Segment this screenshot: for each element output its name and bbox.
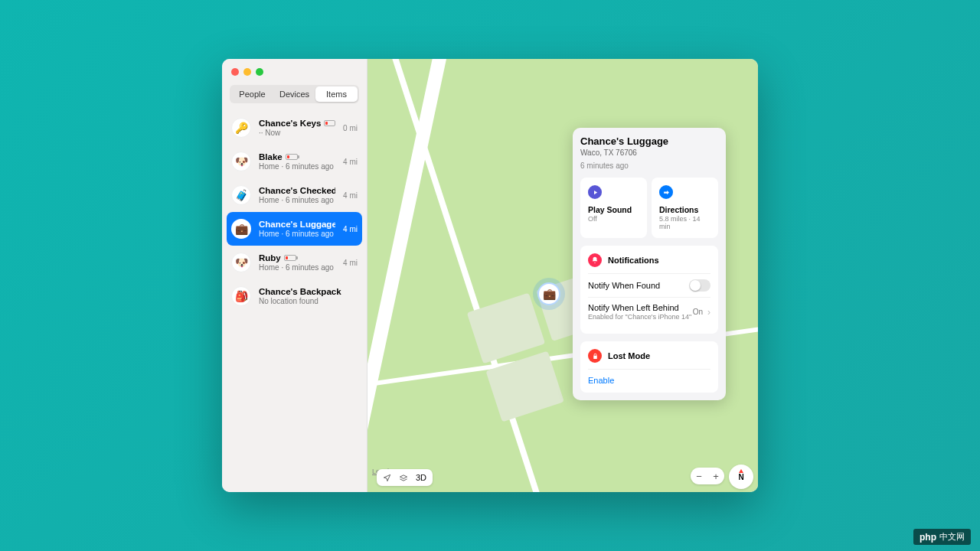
item-info: Chance's Checked L...Home · 6 minutes ag…: [259, 186, 335, 204]
item-icon: 🧳: [231, 185, 251, 205]
item-name: Chance's Luggage: [259, 220, 335, 229]
zoom-in-button[interactable]: +: [707, 468, 724, 484]
lost-mode-heading: Lost Mode: [608, 351, 650, 360]
tab-selector: People Devices Items: [230, 85, 359, 103]
battery-low-icon: [286, 154, 298, 160]
item-row[interactable]: 🐶RubyHome · 6 minutes ago4 mi: [222, 246, 367, 279]
item-distance: 4 mi: [343, 259, 358, 267]
item-icon: 💼: [231, 219, 251, 239]
item-distance: 4 mi: [343, 225, 358, 233]
watermark-badge: php 中文网: [913, 529, 971, 545]
notify-left-behind-status: On: [693, 308, 703, 316]
item-icon: 🐶: [231, 152, 251, 171]
sidebar: People Devices Items 🔑Chance's Keys·· No…: [222, 59, 368, 492]
map-road: [384, 59, 556, 492]
window-controls: [222, 59, 367, 80]
item-info: BlakeHome · 6 minutes ago: [259, 152, 335, 171]
directions-button[interactable]: Directions 5.8 miles · 14 min: [652, 178, 718, 238]
item-detail-panel: Chance's Luggage Waco, TX 76706 6 minute…: [573, 128, 726, 400]
bell-icon: [588, 253, 602, 267]
map[interactable]: 💼 Legal 3D − + N Chance's Luggage Waco, …: [368, 59, 758, 492]
location-arrow-icon[interactable]: [383, 474, 391, 482]
item-sub: Home · 6 minutes ago: [259, 162, 335, 171]
map-layers-icon[interactable]: [399, 474, 408, 482]
find-my-window: People Devices Items 🔑Chance's Keys·· No…: [222, 59, 758, 492]
chevron-right-icon: ›: [707, 307, 710, 318]
item-distance: 0 mi: [343, 124, 358, 132]
item-sub: Home · 6 minutes ago: [259, 263, 335, 272]
directions-status: 5.8 miles · 14 min: [659, 215, 710, 230]
fullscreen-window[interactable]: [256, 68, 263, 76]
item-name: Chance's Backpack: [259, 287, 350, 296]
battery-low-icon: [284, 255, 296, 261]
play-sound-label: Play Sound: [588, 205, 639, 214]
item-name: Blake: [259, 152, 335, 161]
notify-when-found-row[interactable]: Notify When Found: [588, 273, 710, 297]
zoom-controls: − +: [691, 468, 724, 484]
notify-when-found-label: Notify When Found: [588, 281, 689, 290]
play-sound-status: Off: [588, 215, 639, 223]
item-info: Chance's BackpackNo location found: [259, 287, 350, 305]
notifications-heading: Notifications: [608, 256, 659, 265]
item-name: Chance's Checked L...: [259, 186, 335, 195]
compass[interactable]: N: [729, 465, 753, 489]
item-title: Chance's Luggage: [580, 135, 718, 147]
item-info: Chance's LuggageHome · 6 minutes ago: [259, 220, 335, 238]
item-sub: Home · 6 minutes ago: [259, 230, 335, 238]
play-sound-button[interactable]: Play Sound Off: [580, 178, 647, 238]
map-3d-toggle[interactable]: 3D: [416, 473, 426, 482]
item-icon: 🔑: [231, 118, 251, 138]
item-name: Chance's Keys: [259, 119, 335, 128]
zoom-out-button[interactable]: −: [691, 468, 707, 484]
tab-people[interactable]: People: [231, 86, 273, 102]
notify-when-found-toggle[interactable]: [689, 279, 710, 292]
item-name: Ruby: [259, 253, 335, 262]
item-sub: ·· Now: [259, 129, 335, 137]
notifications-section: Notifications Notify When Found Notify W…: [580, 246, 718, 334]
item-row[interactable]: 💼Chance's LuggageHome · 6 minutes ago4 m…: [227, 212, 362, 246]
directions-label: Directions: [659, 205, 710, 214]
lock-icon: [588, 349, 602, 363]
directions-icon: [659, 185, 673, 199]
notify-left-behind-row[interactable]: Notify When Left Behind Enabled for "Cha…: [588, 297, 710, 326]
minimize-window[interactable]: [243, 68, 251, 76]
item-row[interactable]: 🐶BlakeHome · 6 minutes ago4 mi: [222, 145, 367, 178]
item-distance: 4 mi: [343, 158, 358, 166]
map-view-controls: 3D: [377, 469, 433, 486]
notify-left-behind-label: Notify When Left Behind: [588, 303, 693, 312]
item-row[interactable]: 🧳Chance's Checked L...Home · 6 minutes a…: [222, 178, 367, 212]
item-address: Waco, TX 76706: [580, 148, 718, 157]
lost-mode-section: Lost Mode Enable: [580, 341, 718, 393]
play-icon: [588, 185, 602, 199]
item-icon: 🐶: [231, 253, 251, 272]
item-updated: 6 minutes ago: [580, 161, 718, 170]
item-info: RubyHome · 6 minutes ago: [259, 253, 335, 272]
close-window[interactable]: [231, 68, 239, 76]
item-pin[interactable]: 💼: [537, 282, 560, 305]
notify-left-behind-sub: Enabled for "Chance's iPhone 14": [588, 313, 693, 321]
lost-mode-enable[interactable]: Enable: [588, 369, 710, 385]
item-icon: 🎒: [231, 286, 251, 306]
item-sub: No location found: [259, 297, 350, 305]
tab-devices[interactable]: Devices: [273, 86, 315, 102]
battery-low-icon: [324, 120, 335, 126]
items-list: 🔑Chance's Keys·· Now0 mi🐶BlakeHome · 6 m…: [222, 111, 367, 492]
item-row[interactable]: 🎒Chance's BackpackNo location found: [222, 279, 367, 313]
item-distance: 4 mi: [343, 191, 358, 200]
item-row[interactable]: 🔑Chance's Keys·· Now0 mi: [222, 111, 367, 145]
tab-items[interactable]: Items: [315, 86, 358, 102]
item-sub: Home · 6 minutes ago: [259, 196, 335, 204]
map-road: [368, 59, 448, 492]
item-info: Chance's Keys·· Now: [259, 119, 335, 137]
